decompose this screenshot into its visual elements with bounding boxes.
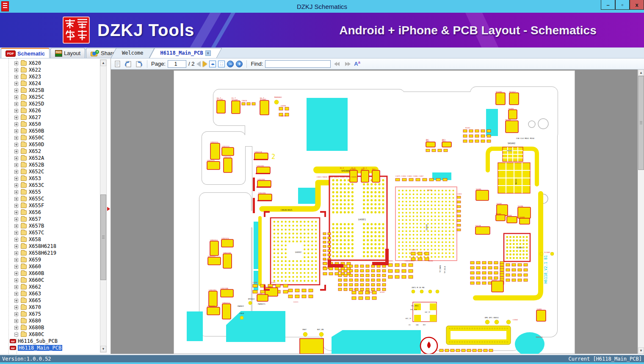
tree-row[interactable]: X627 <box>0 114 41 121</box>
tree-folder-label[interactable]: X650C <box>29 135 44 141</box>
tree-folder-label[interactable]: X625D <box>29 101 44 107</box>
tree-row[interactable]: X660C <box>0 277 44 283</box>
tree-expand-icon[interactable] <box>14 122 18 126</box>
tree-expand-icon[interactable] <box>14 183 18 187</box>
tree-expand-icon[interactable] <box>14 204 18 208</box>
tree-expand-icon[interactable] <box>14 299 18 303</box>
rotate-right-icon[interactable] <box>135 60 143 68</box>
zoom-out-icon[interactable]: − <box>227 61 234 67</box>
viewer-scrollbar[interactable]: ▲ ▼ <box>638 69 644 354</box>
tree-row[interactable]: X665 <box>0 297 41 304</box>
scroll-up-icon[interactable]: ▲ <box>100 60 106 66</box>
tree-row[interactable]: X625D <box>0 100 44 107</box>
new-page-icon[interactable] <box>113 60 122 68</box>
tree-expand-icon[interactable] <box>14 116 18 119</box>
scroll-up-icon[interactable]: ▲ <box>638 69 644 76</box>
tree-expand-icon[interactable] <box>14 265 18 269</box>
tree-expand-icon[interactable] <box>14 129 18 133</box>
tree-row[interactable]: X625C <box>0 94 44 100</box>
tree-expand-icon[interactable] <box>14 245 18 248</box>
font-size-icon[interactable]: Aa <box>354 60 360 67</box>
tree-folder-label[interactable]: X660C <box>29 277 44 283</box>
tree-folder-label[interactable]: X658H6219 <box>29 250 56 256</box>
doc-tab-close-icon[interactable]: x <box>205 50 211 56</box>
next-page-icon[interactable] <box>203 61 207 67</box>
tree-expand-icon[interactable] <box>14 285 18 289</box>
tree-expand-icon[interactable] <box>14 292 18 296</box>
page-number-input[interactable] <box>168 60 186 68</box>
tree-folder-label[interactable]: X656 <box>29 209 41 215</box>
tree-folder-label[interactable]: X658 <box>29 236 41 242</box>
tree-folder-label[interactable]: X623 <box>29 74 41 80</box>
fit-width-icon[interactable]: ◂▸ <box>209 61 216 67</box>
tree-document-label[interactable]: H6118_Main_PCB <box>18 345 62 351</box>
tree-expand-icon[interactable] <box>14 211 18 214</box>
tree-expand-icon[interactable] <box>14 190 18 194</box>
tree-folder-label[interactable]: X657 <box>29 216 41 222</box>
tree-row[interactable]: X660 <box>0 263 41 270</box>
tree-row[interactable]: X658H6219 <box>0 250 56 256</box>
tree-folder-label[interactable]: X655 <box>29 189 41 195</box>
tree-row[interactable]: X650C <box>0 134 44 141</box>
find-next-icon[interactable] <box>343 60 352 68</box>
zoom-in-icon[interactable]: + <box>236 61 243 67</box>
scroll-down-icon[interactable]: ▼ <box>638 347 644 354</box>
tree-row[interactable]: X670 <box>0 304 41 311</box>
tree-expand-icon[interactable] <box>14 197 18 201</box>
tree-folder-label[interactable]: X680B <box>29 325 44 331</box>
tree-expand-icon[interactable] <box>14 143 18 147</box>
tree-expand-icon[interactable] <box>14 238 18 242</box>
tree-row[interactable]: X655F <box>0 202 44 209</box>
tree-expand-icon[interactable] <box>14 251 18 255</box>
tree-folder-label[interactable]: X652 <box>29 148 41 154</box>
tree-row[interactable]: X652 <box>0 148 41 155</box>
tree-expand-icon[interactable] <box>14 61 18 65</box>
tree-expand-icon[interactable] <box>14 312 18 316</box>
tree-folder-label[interactable]: X665 <box>29 297 41 303</box>
tree-expand-icon[interactable] <box>14 136 18 140</box>
tree-expand-icon[interactable] <box>14 278 18 282</box>
tree-folder-label[interactable]: X657B <box>29 223 44 229</box>
tree-folder-label[interactable]: X655F <box>29 203 44 208</box>
tree-folder-label[interactable]: X660 <box>29 264 41 270</box>
tree-expand-icon[interactable] <box>14 333 18 336</box>
pcb-viewer-canvas[interactable]: AT5301AT5307AT5601AT3402AT3417U3403B3403… <box>111 69 638 354</box>
tree-expand-icon[interactable] <box>14 68 18 72</box>
tree-document-label[interactable]: H6116_Sub_PCB <box>18 338 58 344</box>
tree-expand-icon[interactable] <box>14 156 18 160</box>
tree-expand-icon[interactable] <box>14 224 18 228</box>
tree-expand-icon[interactable] <box>14 163 18 167</box>
fit-page-icon[interactable]: ⛶ <box>218 61 225 67</box>
find-input[interactable] <box>265 60 331 68</box>
tree-expand-icon[interactable] <box>14 102 18 106</box>
tree-row[interactable]: X680 <box>0 317 41 324</box>
tree-folder-label[interactable]: X622 <box>29 67 41 73</box>
tree-expand-icon[interactable] <box>14 217 18 221</box>
tree-row[interactable]: X657C <box>0 229 44 236</box>
tree-folder-label[interactable]: X626 <box>29 108 41 114</box>
tree-folder-label[interactable]: X680C <box>29 331 44 337</box>
tree-row[interactable]: X675 <box>0 311 41 317</box>
tree-folder-label[interactable]: X653 <box>29 175 41 181</box>
tree-expand-icon[interactable] <box>14 177 18 181</box>
maximize-button[interactable]: ▫ <box>615 0 630 10</box>
tree-row[interactable]: X657B <box>0 222 44 229</box>
tree-expand-icon[interactable] <box>14 231 18 235</box>
find-previous-icon[interactable] <box>333 60 341 68</box>
tree-row[interactable]: X622 <box>0 67 41 73</box>
tree-expand-icon[interactable] <box>14 306 18 309</box>
tree-row[interactable]: X650D <box>0 141 44 148</box>
tree-expand-icon[interactable] <box>14 170 18 174</box>
tree-folder-label[interactable]: X655C <box>29 196 44 202</box>
tree-expand-icon[interactable] <box>14 75 18 79</box>
tree-row[interactable]: X657 <box>0 216 41 222</box>
tree-row[interactable]: X652B <box>0 161 44 168</box>
tree-folder-label[interactable]: X620 <box>29 60 41 66</box>
tree-folder-label[interactable]: X624 <box>29 81 41 86</box>
tree-row[interactable]: PDFH6116_Sub_PCB <box>0 338 58 345</box>
tree-expand-icon[interactable] <box>14 272 18 275</box>
tree-row[interactable]: X655C <box>0 195 44 202</box>
tree-row[interactable]: X660B <box>0 270 44 277</box>
tree-folder-label[interactable]: X652A <box>29 155 44 161</box>
viewer-scrollbar-thumb[interactable] <box>638 76 644 170</box>
